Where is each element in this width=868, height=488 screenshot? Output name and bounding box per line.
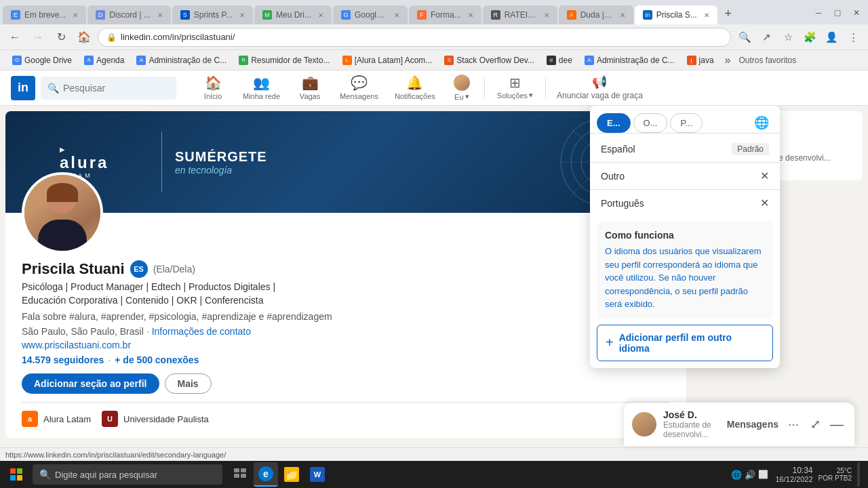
bookmark-resumidor[interactable]: R Resumidor de Texto... <box>233 54 336 66</box>
tab-5-close[interactable]: ✕ <box>394 12 399 19</box>
lang-outro-remove-button[interactable]: ✕ <box>760 169 769 182</box>
share-button[interactable]: ↗ <box>757 28 776 47</box>
taskbar-app-file-explorer[interactable]: 📁 <box>279 462 304 487</box>
close-window-button[interactable]: ✕ <box>848 4 865 22</box>
profile-connections[interactable]: + de 500 conexões <box>115 354 199 365</box>
lang-tab-pt[interactable]: P... <box>670 113 703 133</box>
browser-tab-8[interactable]: A Duda | L... ✕ <box>559 5 633 24</box>
add-section-button[interactable]: Adicionar seção ao perfil <box>22 373 159 394</box>
taskbar-right: 🌐 🔊 ⬜ 10:34 16/12/2022 25°C POR PTB2 <box>731 462 865 487</box>
chat-more-button[interactable]: ⋯ <box>784 415 803 434</box>
language-dropdown: E... O... P... 🌐 Español Padrão Outro ✕ <box>590 106 780 368</box>
profile-website-link[interactable]: www.priscilastuani.com.br <box>22 340 131 350</box>
nav-minha-rede[interactable]: 👥 Minha rede <box>236 70 287 106</box>
tab-4-close[interactable]: ✕ <box>318 12 323 19</box>
browser-tab-2[interactable]: D Discord | ... ✕ <box>87 5 170 24</box>
bookmark-admin1[interactable]: A Administração de C... <box>131 54 232 66</box>
bookmark-google-drive[interactable]: G Google Drive <box>7 54 77 66</box>
bookmark-button[interactable]: ☆ <box>778 28 797 47</box>
solucoes-label: Soluções <box>497 92 528 100</box>
svg-rect-11 <box>17 475 22 481</box>
affiliation-uni[interactable]: U Universidade Paulista <box>102 411 209 427</box>
bookmark-admin1-label: Administração de C... <box>149 56 226 65</box>
linkedin-search-bar[interactable]: 🔍 <box>41 77 176 100</box>
search-input[interactable] <box>63 83 158 94</box>
back-button[interactable]: ← <box>5 28 24 47</box>
nav-inicio[interactable]: 🏠 Início <box>193 70 233 106</box>
linkedin-logo: in <box>11 76 35 100</box>
battery-icon[interactable]: ⬜ <box>758 470 768 479</box>
chat-open-button[interactable]: ⤢ <box>806 415 825 434</box>
home-button[interactable]: 🏠 <box>75 28 94 47</box>
cover-sumergete-title: SUMÉRGETE <box>175 149 267 165</box>
tab-9-close[interactable]: ✕ <box>704 12 709 19</box>
browser-tab-9[interactable]: in Priscila S... ✕ <box>635 5 717 24</box>
tab-6-close[interactable]: ✕ <box>468 12 473 19</box>
nav-mensagens-label: Mensagens <box>340 92 378 100</box>
affiliation-alura[interactable]: a Alura Latam <box>22 411 91 427</box>
main-content-area: ▶ alura LATAM SUMÉRGETE en tecnología <box>0 106 868 447</box>
taskbar-clock[interactable]: 10:34 16/12/2022 <box>775 466 812 483</box>
contact-info-link[interactable]: Informações de contato <box>152 326 251 337</box>
nav-mensagens[interactable]: 💬 Mensagens <box>333 70 385 106</box>
bookmark-dee[interactable]: d dee <box>541 54 578 66</box>
lang-portugues-remove-button[interactable]: ✕ <box>760 197 769 209</box>
browser-tab-1[interactable]: E Em breve... ✕ <box>3 5 86 24</box>
svg-rect-8 <box>10 468 16 474</box>
tab-2-close[interactable]: ✕ <box>157 12 163 19</box>
lang-tab-es[interactable]: E... <box>597 113 631 133</box>
location-dot: · <box>146 326 149 337</box>
tab-8-close[interactable]: ✕ <box>620 12 625 19</box>
bookmark-alura[interactable]: L [Alura Latam] Acom... <box>337 54 438 66</box>
browser-tab-7[interactable]: R RATEIO ... ✕ <box>483 5 557 24</box>
profile-followers[interactable]: 14.579 seguidores <box>22 354 104 365</box>
taskbar-app-word[interactable]: W <box>305 462 330 487</box>
forward-button[interactable]: → <box>28 28 47 47</box>
bookmark-alura-label: [Alura Latam] Acom... <box>355 56 433 65</box>
address-bar[interactable]: 🔒 linkedin.com/in/priscilastuani/ <box>98 28 731 47</box>
maximize-button[interactable]: □ <box>829 4 846 22</box>
lang-globe-button[interactable]: 🌐 <box>750 113 773 133</box>
browser-tab-3[interactable]: S Sprints P... ✕ <box>172 5 253 24</box>
lang-tab-outro[interactable]: O... <box>633 113 668 133</box>
bookmark-stackoverflow[interactable]: S Stack Overflow Dev... <box>439 54 539 66</box>
minimize-button[interactable]: ─ <box>810 4 827 22</box>
tab-1-close[interactable]: ✕ <box>73 12 78 19</box>
taskbar-app-cortana[interactable] <box>228 462 252 487</box>
profile-location-row: São Paulo, São Paulo, Brasil · Informaçõ… <box>22 326 670 337</box>
bookmark-resumidor-label: Resumidor de Texto... <box>251 56 330 65</box>
nav-vagas[interactable]: 💼 Vagas <box>290 70 330 106</box>
extensions-button[interactable]: 🧩 <box>800 28 819 47</box>
bookmark-admin2[interactable]: A Administração de C... <box>579 54 680 66</box>
profile-pronoun: (Ela/Dela) <box>153 264 195 274</box>
word-icon: W <box>310 467 325 482</box>
start-button[interactable] <box>3 461 30 488</box>
browser-tab-6[interactable]: F Forma... ✕ <box>409 5 481 24</box>
bookmark-stackoverflow-icon: S <box>444 56 454 65</box>
tab-7-close[interactable]: ✕ <box>544 12 549 19</box>
bookmark-java[interactable]: j java <box>682 54 719 66</box>
settings-button[interactable]: ⋮ <box>844 28 863 47</box>
profile-button[interactable]: 👤 <box>822 28 841 47</box>
browser-tab-4[interactable]: M Meu Dri... ✕ <box>254 5 332 24</box>
nav-eu[interactable]: Eu ▾ <box>445 70 479 106</box>
search-toolbar-button[interactable]: 🔍 <box>735 28 754 47</box>
volume-icon[interactable]: 🔊 <box>745 470 755 480</box>
mais-button[interactable]: Mais <box>165 373 212 394</box>
bookmark-agenda[interactable]: A Agenda <box>79 54 130 66</box>
network-status-icon[interactable]: 🌐 <box>731 470 742 480</box>
nav-solucoes[interactable]: ⊞ Soluções ▾ <box>490 70 540 106</box>
taskbar-search-bar[interactable]: 🔍 Digite aqui para pesquisar <box>33 464 222 485</box>
tab-3-close[interactable]: ✕ <box>239 12 245 19</box>
taskbar-app-edge[interactable]: e <box>254 462 278 487</box>
browser-tabs: E Em breve... ✕ D Discord | ... ✕ S Spri… <box>0 0 868 24</box>
anunciar-button[interactable]: 📢 Anunciar vaga de graça <box>551 70 648 106</box>
add-idioma-button[interactable]: + Adicionar perfil em outro idioma <box>597 325 773 361</box>
refresh-button[interactable]: ↻ <box>52 28 71 47</box>
chat-minimize-button[interactable]: — <box>827 415 846 434</box>
new-tab-button[interactable]: + <box>719 4 738 23</box>
browser-tab-5[interactable]: G Google I... ✕ <box>333 5 408 24</box>
show-desktop-button[interactable] <box>857 462 860 487</box>
nav-notificacoes[interactable]: 🔔 Notificações <box>388 70 442 106</box>
more-bookmarks-button[interactable]: » <box>721 53 735 68</box>
